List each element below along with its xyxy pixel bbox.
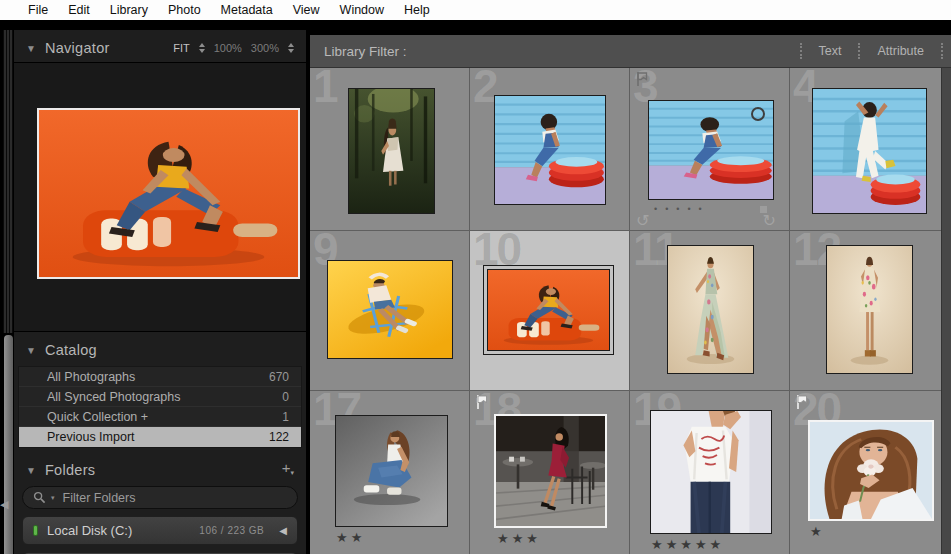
photo-thumbnail[interactable] xyxy=(826,245,913,374)
grid-cell-3[interactable]: 3 ••••• ↺ ↻ xyxy=(630,68,789,230)
star-rating[interactable]: ★★★★★ xyxy=(651,537,724,552)
zoom-300-button[interactable]: 300% xyxy=(251,42,279,54)
folders-header[interactable]: ▼ Folders +▾ xyxy=(14,452,306,484)
photo-thumbnail[interactable] xyxy=(812,88,927,214)
catalog-item-count: 0 xyxy=(282,390,289,404)
catalog-item-label: Previous Import xyxy=(47,430,135,444)
filter-text-button[interactable]: Text xyxy=(802,44,859,58)
catalog-item-label: All Photographs xyxy=(47,370,135,384)
grid-cell-19[interactable]: 19 ★★★★★ xyxy=(630,391,789,554)
triangle-down-icon: ▼ xyxy=(26,465,36,476)
filter-folders-placeholder: Filter Folders xyxy=(63,491,136,505)
triangle-left-icon[interactable]: ◀ xyxy=(279,525,287,536)
menu-file[interactable]: File xyxy=(18,3,58,17)
floral-dress-photo xyxy=(827,246,912,373)
rotate-right-icon[interactable]: ↻ xyxy=(763,213,776,229)
navigator-zoom-controls: FIT 100% 300% xyxy=(173,42,294,54)
left-panel-grip: ◀ xyxy=(0,20,14,554)
grid-cell-18[interactable]: 18 ★★★ xyxy=(470,391,629,554)
floral-dress-photo xyxy=(668,246,753,373)
catalog-list: All Photographs 670 All Synced Photograp… xyxy=(18,366,302,448)
catalog-item-count: 1 xyxy=(282,410,289,424)
zoom-stepper-icon[interactable] xyxy=(288,43,294,53)
photo-thumbnail[interactable] xyxy=(494,95,606,205)
pick-flag-icon[interactable] xyxy=(635,71,649,87)
grid-cell-17[interactable]: 17 ★★ xyxy=(310,391,469,554)
menu-bar: File Edit Library Photo Metadata View Wi… xyxy=(0,0,951,20)
drive-local-disk-c[interactable]: Local Disk (C:) 106 / 223 GB ◀ xyxy=(22,516,298,545)
catalog-item-quick-collection[interactable]: Quick Collection + 1 xyxy=(19,407,301,427)
catalog-item-label: All Synced Photographs xyxy=(47,390,180,404)
filter-attribute-button[interactable]: Attribute xyxy=(860,44,941,58)
filter-separator xyxy=(941,43,943,59)
catalog-item-previous-import[interactable]: Previous Import 122 xyxy=(19,427,301,447)
star-rating[interactable]: ★★ xyxy=(336,530,365,545)
studio-crouch-photo xyxy=(336,416,447,526)
navigator-preview-image[interactable] xyxy=(37,108,300,279)
pick-flag-icon[interactable] xyxy=(475,394,489,410)
grid-cell-9[interactable]: 9 xyxy=(310,231,469,390)
menu-window[interactable]: Window xyxy=(330,3,394,17)
photo-thumbnail[interactable] xyxy=(667,245,754,374)
photo-thumbnail-flagged[interactable] xyxy=(808,420,934,521)
popsicle-photo xyxy=(487,269,610,351)
menu-library[interactable]: Library xyxy=(100,3,158,17)
tshirt-photo xyxy=(651,411,771,533)
photo-thumbnail[interactable] xyxy=(335,415,448,527)
catalog-item-count: 670 xyxy=(269,370,289,384)
photo-grid: 1 2 3 ••••• ↺ ↻ xyxy=(310,68,941,554)
menu-edit[interactable]: Edit xyxy=(58,3,100,17)
folders-title: Folders xyxy=(45,462,95,478)
grid-cell-12[interactable]: 12 xyxy=(790,231,941,390)
photo-thumbnail[interactable] xyxy=(348,88,435,214)
cell-number: 1 xyxy=(313,68,337,112)
navigator-title: Navigator xyxy=(45,40,110,56)
catalog-item-all-photographs[interactable]: All Photographs 670 xyxy=(19,367,301,387)
pool-photo xyxy=(813,89,926,213)
star-rating[interactable]: ★★★ xyxy=(497,531,541,546)
zoom-100-button[interactable]: 100% xyxy=(214,42,242,54)
quick-collection-circle-icon[interactable] xyxy=(751,107,765,121)
main-area: Library Filter : Text Attribute 1 2 3 xyxy=(310,20,951,554)
drive-status-led-icon xyxy=(33,525,38,536)
search-icon xyxy=(33,491,46,504)
rating-dots[interactable]: ••••• xyxy=(654,204,710,214)
filter-folders-input[interactable]: ▾ Filter Folders xyxy=(22,486,298,509)
drive-capacity: 106 / 223 GB xyxy=(199,525,264,536)
grid-cell-1[interactable]: 1 xyxy=(310,68,469,230)
grid-cell-2[interactable]: 2 xyxy=(470,68,629,230)
menu-help[interactable]: Help xyxy=(394,3,440,17)
photo-thumbnail-selected[interactable] xyxy=(483,265,614,355)
catalog-item-label: Quick Collection + xyxy=(47,410,148,424)
zoom-stepper-icon[interactable] xyxy=(199,43,205,53)
flower-portrait-photo xyxy=(810,422,932,519)
catalog-header[interactable]: ▼ Catalog xyxy=(14,332,306,364)
grid-cell-10-selected[interactable]: 10 xyxy=(470,231,629,390)
photo-thumbnail[interactable] xyxy=(650,410,772,534)
navigator-preview-panel xyxy=(14,62,306,332)
catalog-title: Catalog xyxy=(45,342,97,358)
panel-grip-texture[interactable] xyxy=(3,30,13,333)
photo-thumbnail[interactable] xyxy=(648,100,774,200)
library-filter-label: Library Filter : xyxy=(324,44,407,59)
catalog-item-all-synced[interactable]: All Synced Photographs 0 xyxy=(19,387,301,407)
grid-cell-20[interactable]: 20 ★ xyxy=(790,391,941,554)
star-rating[interactable]: ★ xyxy=(810,524,825,539)
menu-view[interactable]: View xyxy=(283,3,330,17)
navigator-header[interactable]: ▼ Navigator FIT 100% 300% xyxy=(14,30,306,62)
collapse-left-panel-icon[interactable]: ◀ xyxy=(0,498,8,511)
pick-flag-icon[interactable] xyxy=(795,394,809,410)
popsicle-photo xyxy=(39,110,298,277)
forest-photo xyxy=(349,89,434,213)
menu-photo[interactable]: Photo xyxy=(158,3,211,17)
add-folder-icon[interactable]: +▾ xyxy=(282,463,294,478)
grid-cell-11[interactable]: 11 xyxy=(630,231,789,390)
menu-metadata[interactable]: Metadata xyxy=(211,3,283,17)
zoom-fit-button[interactable]: FIT xyxy=(173,42,190,54)
grid-scrollbar[interactable] xyxy=(941,68,951,554)
grid-cell-4[interactable]: 4 xyxy=(790,68,941,230)
photo-thumbnail-flagged[interactable] xyxy=(494,414,607,528)
left-panel-scrollbar[interactable] xyxy=(4,335,13,554)
photo-thumbnail[interactable] xyxy=(327,260,453,359)
cafe-photo xyxy=(496,416,605,526)
